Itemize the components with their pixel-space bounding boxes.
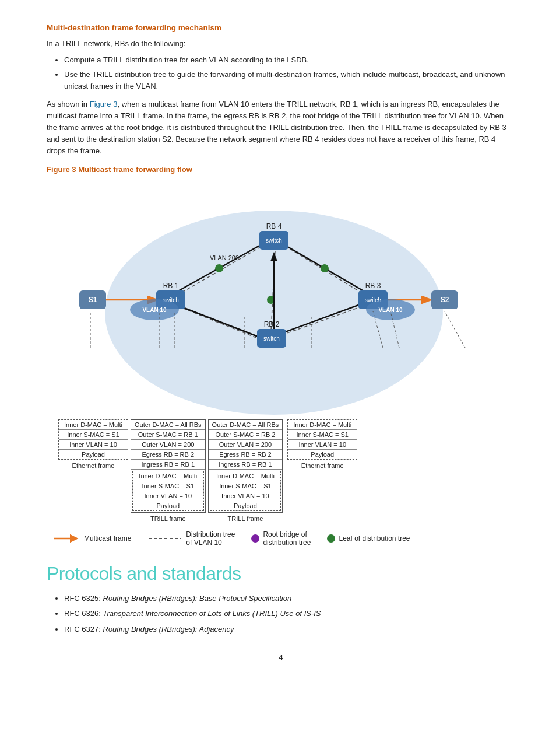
legend-distrib-tree: Distribution treeof VLAN 10: [147, 530, 235, 547]
trill-right-i4: Payload: [210, 501, 281, 510]
para1: In a TRILL network, RBs do the following…: [47, 38, 515, 50]
root-bridge-dot: [251, 534, 259, 542]
protocols-list: RFC 6325: Routing Bridges (RBridges): Ba…: [64, 593, 515, 635]
legend-root-bridge: Root bridge ofdistribution tree: [251, 530, 311, 547]
trill-right-o2: Outer S-MAC = RB 2: [209, 430, 283, 440]
trill-left-o3: Outer VLAN = 200: [131, 440, 205, 450]
eth-right-row1: Inner D-MAC = Multi: [288, 420, 357, 430]
trill-right-o5: Ingress RB = RB 1: [209, 460, 283, 470]
protocol-text-2: Routing Bridges (RBridges): Adjacency: [103, 625, 234, 634]
diagram-area: S1 switch RB 1 VLAN 10 switch RB 3 VLAN …: [47, 178, 515, 547]
section-title: Multi-destination frame forwarding mecha…: [47, 23, 515, 32]
multicast-arrow-legend: [52, 534, 80, 542]
root-bridge-label: Root bridge ofdistribution tree: [263, 530, 311, 547]
trill-left-i4: Payload: [133, 501, 203, 510]
distrib-tree-legend-line: [147, 534, 182, 542]
eth-right-label: Ethernet frame: [301, 462, 344, 469]
trill-left-o2: Outer S-MAC = RB 1: [131, 430, 205, 440]
trill-right-i3: Inner VLAN = 10: [210, 491, 281, 501]
eth-left-label: Ethernet frame: [72, 462, 115, 469]
trill-left-o5: Ingress RB = RB 1: [131, 460, 205, 470]
eth-left-row3: Inner VLAN = 10: [59, 440, 128, 450]
vlan10-right-label: VLAN 10: [378, 307, 403, 313]
rb2-label: RB 2: [264, 320, 280, 328]
trill-right-o1: Outer D-MAC = All RBs: [209, 420, 283, 430]
bullet-list: Compute a TRILL distribution tree for ea…: [64, 54, 515, 92]
frame-col-eth-left: Inner D-MAC = Multi Inner S-MAC = S1 Inn…: [58, 419, 128, 469]
trill-right-o3: Outer VLAN = 200: [209, 440, 283, 450]
vlan10-left-label: VLAN 10: [142, 307, 167, 313]
rb3-label: RB 3: [365, 282, 381, 290]
protocol-number-1: RFC 6326:: [64, 609, 101, 618]
legend-multicast: Multicast frame: [52, 534, 131, 542]
trill-left-o4: Egress RB = RB 2: [131, 450, 205, 460]
s2-label: S2: [441, 296, 449, 304]
rb1-label: RB 1: [163, 282, 179, 290]
trill-left-i2: Inner S-MAC = S1: [133, 481, 203, 491]
para2: As shown in Figure 3, when a multicast f…: [47, 99, 515, 158]
distrib-tree-label: Distribution treeof VLAN 10: [186, 530, 235, 547]
trill-left-i3: Inner VLAN = 10: [133, 491, 203, 501]
diagram-svg: S1 switch RB 1 VLAN 10 switch RB 3 VLAN …: [47, 178, 507, 424]
protocol-item-0: RFC 6325: Routing Bridges (RBridges): Ba…: [64, 593, 515, 604]
protocol-text-0: Routing Bridges (RBridges): Base Protoco…: [103, 594, 292, 603]
frame-col-trill-right: Outer D-MAC = All RBs Outer S-MAC = RB 2…: [208, 419, 283, 522]
protocol-item-1: RFC 6326: Transparent Interconnection of…: [64, 608, 515, 620]
leaf-dot: [327, 534, 335, 542]
rb4-icon-text: switch: [266, 237, 282, 244]
para2-before: As shown in: [47, 100, 90, 108]
frame-col-eth-right: Inner D-MAC = Multi Inner S-MAC = S1 Inn…: [287, 419, 357, 469]
rb2-icon-text: switch: [263, 335, 280, 342]
trill-left-o1: Outer D-MAC = All RBs: [131, 420, 205, 430]
eth-left-row2: Inner S-MAC = S1: [59, 430, 128, 440]
trill-left-label: TRILL frame: [150, 515, 186, 522]
protocol-text-1: Transparent Interconnection of Lots of L…: [103, 609, 321, 618]
protocol-number-0: RFC 6325:: [64, 594, 101, 603]
bullet-item-2: Use the TRILL distribution tree to guide…: [64, 69, 515, 92]
protocol-number-2: RFC 6327:: [64, 625, 101, 634]
figure3-link[interactable]: Figure 3: [90, 100, 118, 108]
trill-left-i1: Inner D-MAC = Multi: [133, 471, 203, 481]
eth-right-row3: Inner VLAN = 10: [288, 440, 357, 450]
trill-right-label: TRILL frame: [228, 515, 263, 522]
eth-left-row1: Inner D-MAC = Multi: [59, 420, 128, 430]
eth-left-box: Inner D-MAC = Multi Inner S-MAC = S1 Inn…: [58, 419, 128, 460]
eth-left-row4: Payload: [59, 450, 128, 459]
protocols-heading: Protocols and standards: [47, 563, 515, 584]
trill-right-i1: Inner D-MAC = Multi: [210, 471, 281, 481]
bullet-item-1: Compute a TRILL distribution tree for ea…: [64, 54, 515, 66]
s1-label: S1: [89, 296, 97, 304]
page-number: 4: [47, 653, 515, 662]
protocol-item-2: RFC 6327: Routing Bridges (RBridges): Ad…: [64, 624, 515, 635]
vlan200-label: VLAN 200: [210, 254, 239, 261]
frame-col-trill-left: Outer D-MAC = All RBs Outer S-MAC = RB 1…: [131, 419, 206, 522]
multicast-label: Multicast frame: [84, 534, 131, 542]
figure-caption: Figure 3 Multicast frame forwarding flow: [47, 165, 515, 174]
eth-right-box: Inner D-MAC = Multi Inner S-MAC = S1 Inn…: [287, 419, 357, 460]
dot-rb1-rb4: [215, 264, 223, 272]
legend: Multicast frame Distribution treeof VLAN…: [47, 530, 515, 547]
trill-right-i2: Inner S-MAC = S1: [210, 481, 281, 491]
protocols-section: Protocols and standards RFC 6325: Routin…: [47, 563, 515, 635]
eth-right-row4: Payload: [288, 450, 357, 459]
trill-right-o4: Egress RB = RB 2: [209, 450, 283, 460]
leaf-label: Leaf of distribution tree: [339, 534, 410, 542]
rb4-label: RB 4: [266, 222, 282, 230]
legend-leaf: Leaf of distribution tree: [327, 534, 410, 542]
dashed-eth-right-s2: [445, 312, 465, 348]
dot-rb4-rb3: [321, 264, 329, 272]
eth-right-row2: Inner S-MAC = S1: [288, 430, 357, 440]
